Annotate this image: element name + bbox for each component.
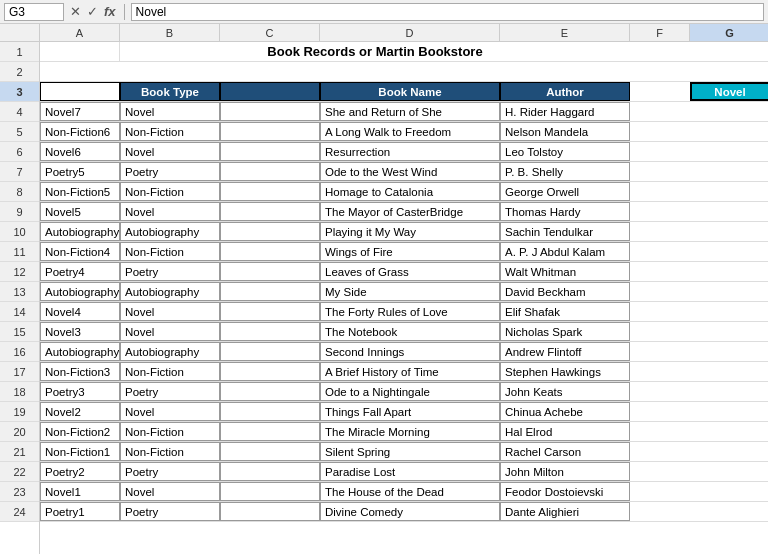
cell-g17[interactable]: [690, 362, 768, 381]
col-header-g[interactable]: G: [690, 24, 768, 41]
cell-f1[interactable]: [630, 42, 690, 61]
cell-a23[interactable]: Novel1: [40, 482, 120, 501]
cell-e12[interactable]: Walt Whitman: [500, 262, 630, 281]
row-header-14[interactable]: 14: [0, 302, 39, 322]
cell-c21[interactable]: [220, 442, 320, 461]
row-header-16[interactable]: 16: [0, 342, 39, 362]
cell-g3-novel[interactable]: Novel: [690, 82, 768, 101]
cell-c18[interactable]: [220, 382, 320, 401]
cell-f24[interactable]: [630, 502, 690, 521]
cell-e14[interactable]: Elif Shafak: [500, 302, 630, 321]
cell-c22[interactable]: [220, 462, 320, 481]
cell-c6[interactable]: [220, 142, 320, 161]
cell-a13[interactable]: Autobiography2: [40, 282, 120, 301]
row-header-9[interactable]: 9: [0, 202, 39, 222]
cell-b20[interactable]: Non-Fiction: [120, 422, 220, 441]
row-header-1[interactable]: 1: [0, 42, 39, 62]
cell-e4[interactable]: H. Rider Haggard: [500, 102, 630, 121]
cell-g22[interactable]: [690, 462, 768, 481]
cell-d6[interactable]: Resurrection: [320, 142, 500, 161]
cell-c13[interactable]: [220, 282, 320, 301]
cell-b1[interactable]: Book Records or Martin Bookstore: [120, 42, 630, 61]
cell-g6[interactable]: [690, 142, 768, 161]
cell-f17[interactable]: [630, 362, 690, 381]
cell-g20[interactable]: [690, 422, 768, 441]
cell-c5[interactable]: [220, 122, 320, 141]
cell-e9[interactable]: Thomas Hardy: [500, 202, 630, 221]
cell-g18[interactable]: [690, 382, 768, 401]
row-header-7[interactable]: 7: [0, 162, 39, 182]
cell-d14[interactable]: The Forty Rules of Love: [320, 302, 500, 321]
cell-g14[interactable]: [690, 302, 768, 321]
row-header-19[interactable]: 19: [0, 402, 39, 422]
cell-b17[interactable]: Non-Fiction: [120, 362, 220, 381]
cell-d11[interactable]: Wings of Fire: [320, 242, 500, 261]
cell-g7[interactable]: [690, 162, 768, 181]
cell-a10[interactable]: Autobiography3: [40, 222, 120, 241]
col-header-a[interactable]: A: [40, 24, 120, 41]
formula-input[interactable]: [131, 3, 764, 21]
cell-e16[interactable]: Andrew Flintoff: [500, 342, 630, 361]
row-header-23[interactable]: 23: [0, 482, 39, 502]
cell-a15[interactable]: Novel3: [40, 322, 120, 341]
col-header-e[interactable]: E: [500, 24, 630, 41]
cell-c8[interactable]: [220, 182, 320, 201]
cell-e11[interactable]: A. P. J Abdul Kalam: [500, 242, 630, 261]
cell-e21[interactable]: Rachel Carson: [500, 442, 630, 461]
cell-e22[interactable]: John Milton: [500, 462, 630, 481]
cell-c3-header[interactable]: [220, 82, 320, 101]
cell-g16[interactable]: [690, 342, 768, 361]
cell-e15[interactable]: Nicholas Spark: [500, 322, 630, 341]
row-header-24[interactable]: 24: [0, 502, 39, 522]
cell-f16[interactable]: [630, 342, 690, 361]
cell-d3-header[interactable]: Book Name: [320, 82, 500, 101]
cell-f23[interactable]: [630, 482, 690, 501]
cell-b9[interactable]: Novel: [120, 202, 220, 221]
fx-icon[interactable]: fx: [102, 4, 118, 19]
cell-a4[interactable]: Novel7: [40, 102, 120, 121]
col-header-b[interactable]: B: [120, 24, 220, 41]
cell-e3-header[interactable]: Author: [500, 82, 630, 101]
cell-f15[interactable]: [630, 322, 690, 341]
cell-c24[interactable]: [220, 502, 320, 521]
cell-f21[interactable]: [630, 442, 690, 461]
cell-c11[interactable]: [220, 242, 320, 261]
cell-a7[interactable]: Poetry5: [40, 162, 120, 181]
cell-g4[interactable]: [690, 102, 768, 121]
cell-b23[interactable]: Novel: [120, 482, 220, 501]
cell-a1[interactable]: [40, 42, 120, 61]
cell-c10[interactable]: [220, 222, 320, 241]
cell-d23[interactable]: The House of the Dead: [320, 482, 500, 501]
row-header-13[interactable]: 13: [0, 282, 39, 302]
cell-g9[interactable]: [690, 202, 768, 221]
cell-f20[interactable]: [630, 422, 690, 441]
col-header-d[interactable]: D: [320, 24, 500, 41]
cell-a18[interactable]: Poetry3: [40, 382, 120, 401]
cell-f3[interactable]: [630, 82, 690, 101]
cell-a14[interactable]: Novel4: [40, 302, 120, 321]
cell-f2[interactable]: [630, 62, 690, 81]
row-header-17[interactable]: 17: [0, 362, 39, 382]
cell-e8[interactable]: George Orwell: [500, 182, 630, 201]
cell-g21[interactable]: [690, 442, 768, 461]
row-header-10[interactable]: 10: [0, 222, 39, 242]
cell-d20[interactable]: The Miracle Morning: [320, 422, 500, 441]
cell-f22[interactable]: [630, 462, 690, 481]
cell-g2[interactable]: [690, 62, 768, 81]
cell-g11[interactable]: [690, 242, 768, 261]
name-box[interactable]: [4, 3, 64, 21]
cell-d19[interactable]: Things Fall Apart: [320, 402, 500, 421]
row-header-21[interactable]: 21: [0, 442, 39, 462]
cell-g12[interactable]: [690, 262, 768, 281]
cell-f19[interactable]: [630, 402, 690, 421]
cell-b10[interactable]: Autobiography: [120, 222, 220, 241]
cancel-icon[interactable]: ✕: [68, 4, 83, 19]
cell-c12[interactable]: [220, 262, 320, 281]
cell-g1[interactable]: [690, 42, 768, 61]
cell-g19[interactable]: [690, 402, 768, 421]
row-header-2[interactable]: 2: [0, 62, 39, 82]
cell-e13[interactable]: David Beckham: [500, 282, 630, 301]
cell-b14[interactable]: Novel: [120, 302, 220, 321]
cell-a22[interactable]: Poetry2: [40, 462, 120, 481]
cell-g5[interactable]: [690, 122, 768, 141]
